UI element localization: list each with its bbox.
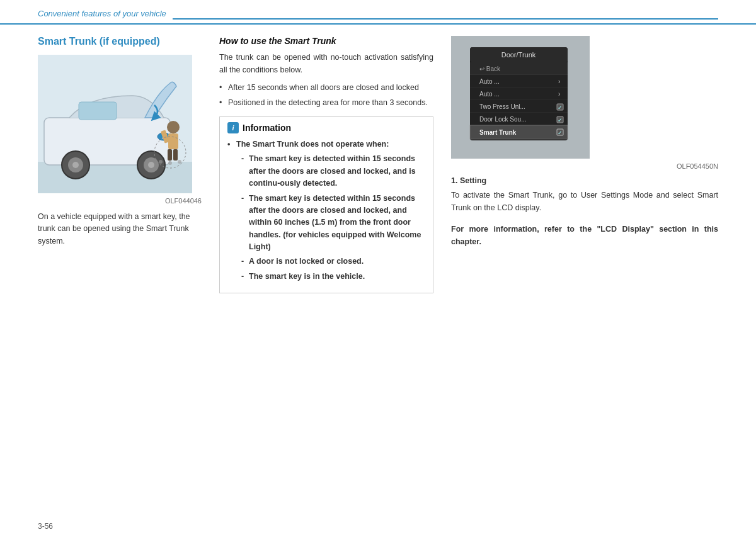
page-number: 3-56 xyxy=(38,522,53,531)
middle-column: How to use the Smart Trunk The trunk can… xyxy=(219,36,433,300)
sub-item-4: The smart key is in the vehicle. xyxy=(239,271,425,283)
svg-text:↩ Back: ↩ Back xyxy=(479,65,501,72)
info-bullet-list: The Smart Trunk does not operate when: T… xyxy=(227,138,425,283)
svg-text:Smart Trunk: Smart Trunk xyxy=(479,129,517,136)
condition-1: After 15 seconds when all doors are clos… xyxy=(219,81,433,94)
main-content: Smart Trunk (if equipped) xyxy=(0,36,756,300)
svg-point-9 xyxy=(148,162,154,168)
info-main-bullet: The Smart Trunk does not operate when: T… xyxy=(227,138,425,283)
header: Convenient features of your vehicle xyxy=(0,0,756,25)
info-title: Information xyxy=(243,123,291,133)
sub-item-2: The smart key is detected within 15 seco… xyxy=(239,193,425,254)
bold-note: For more information, refer to the "LCD … xyxy=(451,223,718,248)
section-title: Smart Trunk (if equipped) xyxy=(38,36,202,47)
svg-text:Auto ...: Auto ... xyxy=(479,91,500,98)
svg-point-6 xyxy=(72,162,79,168)
svg-point-19 xyxy=(168,161,172,165)
info-box: i Information The Smart Trunk does not o… xyxy=(219,116,433,293)
svg-text:Door Lock Sou...: Door Lock Sou... xyxy=(479,116,526,123)
svg-text:Door/Trunk: Door/Trunk xyxy=(501,51,536,59)
svg-rect-13 xyxy=(168,133,178,149)
left-column: Smart Trunk (if equipped) xyxy=(38,36,202,300)
sub-item-1: The smart key is detected within 15 seco… xyxy=(239,153,425,189)
svg-text:Two Press Unl...: Two Press Unl... xyxy=(479,103,525,110)
intro-text: The trunk can be opened with no-touch ac… xyxy=(219,51,433,76)
svg-point-12 xyxy=(167,121,180,133)
setting-text: To activate the Smart Trunk, go to User … xyxy=(451,189,718,214)
svg-text:✓: ✓ xyxy=(558,117,563,123)
lcd-image-caption: OLF054450N xyxy=(451,162,718,170)
left-image-caption: OLF044046 xyxy=(38,197,202,205)
svg-text:✓: ✓ xyxy=(558,130,563,136)
svg-rect-14 xyxy=(168,149,172,161)
header-title: Convenient features of your vehicle xyxy=(38,9,166,21)
conditions-list: After 15 seconds when all doors are clos… xyxy=(219,81,433,109)
svg-rect-3 xyxy=(79,102,117,120)
header-line xyxy=(173,18,718,20)
svg-point-18 xyxy=(159,160,163,164)
setting-number: 1. Setting xyxy=(451,176,718,185)
lcd-image: Door/Trunk ↩ Back Auto ... › xyxy=(451,36,590,159)
sub-item-3: A door is not locked or closed. xyxy=(239,256,425,268)
svg-rect-1 xyxy=(38,162,192,193)
page-container: Convenient features of your vehicle Smar… xyxy=(0,0,756,542)
how-to-use-title: How to use the Smart Trunk xyxy=(219,36,433,46)
svg-point-20 xyxy=(178,160,181,164)
svg-text:›: › xyxy=(558,78,560,85)
left-body-text: On a vehicle equipped with a smart key, … xyxy=(38,211,202,247)
info-header: i Information xyxy=(227,122,425,133)
car-image: H xyxy=(38,55,192,193)
svg-text:Auto ...: Auto ... xyxy=(479,78,500,85)
svg-rect-15 xyxy=(173,149,178,161)
page-footer: 3-56 xyxy=(38,522,53,531)
svg-text:✓: ✓ xyxy=(558,104,563,111)
sub-list: The smart key is detected within 15 seco… xyxy=(236,153,425,283)
svg-text:›: › xyxy=(558,91,560,98)
right-column: Door/Trunk ↩ Back Auto ... › xyxy=(451,36,718,300)
condition-2: Positioned in the detecting area for mor… xyxy=(219,96,433,109)
info-icon: i xyxy=(227,122,239,133)
